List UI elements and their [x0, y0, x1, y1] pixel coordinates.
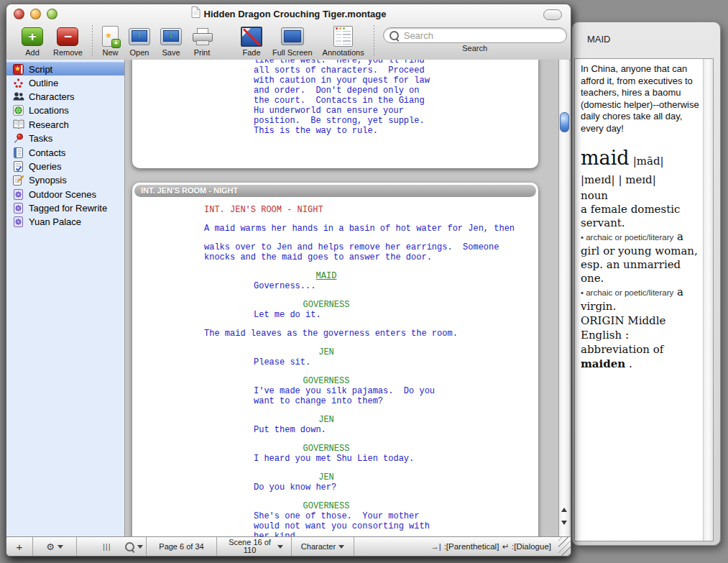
script-line-dialogue: Governess...: [254, 281, 538, 291]
scene-selector[interactable]: Scene 16 of 110: [217, 537, 292, 556]
script-line-cue: JEN: [204, 472, 448, 482]
part-of-speech: noun: [581, 189, 699, 203]
contacts-icon: [12, 147, 24, 158]
save-button[interactable]: ↓ Save: [160, 25, 182, 57]
zoom-button[interactable]: [47, 9, 57, 19]
script-line-cue: GOVERNESS: [204, 376, 448, 386]
window-controls: [14, 9, 57, 19]
dictionary-panel-title: MAID: [587, 34, 611, 45]
dictionary-scrollbar[interactable]: [703, 59, 713, 541]
page-indicator: Page 6 of 34: [147, 537, 217, 556]
element-type-selector[interactable]: Character: [292, 537, 354, 556]
sidebar-item-yuan-palace[interactable]: Yuan Palace: [6, 215, 124, 229]
add-button[interactable]: + Add: [22, 25, 43, 57]
tab-key-icon: →|: [430, 542, 441, 551]
vertical-scrollbar[interactable]: [558, 60, 569, 537]
fade-icon: [241, 27, 262, 47]
script-editor[interactable]: like the west. Here, you'll findall sort…: [125, 60, 558, 537]
fade-button[interactable]: Fade: [241, 25, 262, 57]
status-action-menu[interactable]: ⚙: [33, 537, 77, 556]
sidebar-item-research[interactable]: Research: [6, 118, 124, 132]
sidebar-item-outline[interactable]: Outline: [6, 75, 124, 89]
sidebar-item-synopsis[interactable]: Synopsis: [6, 173, 124, 187]
remove-button[interactable]: − Remove: [53, 25, 83, 57]
print-icon: [192, 28, 212, 45]
origin-line: ORIGIN Middle English : abbreviation of …: [581, 313, 699, 371]
new-document-icon: ★+: [102, 26, 119, 47]
script-line-action: walks over to Jen and helps remove her e…: [204, 242, 538, 252]
tasks-icon: [12, 133, 24, 144]
script-line-dialogue: Let me do it.: [254, 310, 538, 320]
dictionary-word: maid: [581, 147, 630, 169]
annotations-icon: [333, 26, 353, 47]
script-blank-line: [132, 215, 538, 224]
script-blank-line: [132, 493, 538, 501]
sidebar-item-contacts[interactable]: Contacts: [6, 145, 124, 159]
key-hint: →|:[Parenthetical] ↵:[Dialogue]: [354, 537, 558, 556]
sidebar-item-locations[interactable]: Locations: [6, 104, 124, 117]
script-card-jens-room[interactable]: INT. JEN'S ROOM - NIGHT INT. JEN'S ROOM …: [132, 183, 538, 537]
window-title: Hidden Dragon Crouching Tiger.montage: [204, 9, 387, 19]
script-blank-line: [132, 464, 538, 472]
research-note: In China, anyone that can afford it, fro…: [581, 63, 699, 134]
scroll-down-arrow[interactable]: [559, 517, 569, 528]
toolbar-separator: [374, 25, 374, 57]
status-zoom-menu[interactable]: [121, 537, 147, 556]
add-icon: +: [22, 27, 43, 46]
script-line-scene: INT. JEN'S ROOM - NIGHT: [204, 205, 538, 215]
sidebar-item-outdoor-scenes[interactable]: Outdoor Scenes: [6, 188, 124, 201]
script-line-dialogue: would not want you consorting with: [254, 521, 538, 531]
locations-icon: [12, 105, 24, 116]
scroll-up-arrow[interactable]: [559, 504, 569, 516]
script-line-cue: GOVERNESS: [204, 444, 448, 454]
window-body: Script Outline Characters Locations Rese…: [6, 60, 569, 537]
definition-primary: a female domestic servant.: [581, 203, 699, 230]
magnifier-icon: [125, 542, 134, 551]
open-button[interactable]: ↑ Open: [129, 25, 150, 57]
scrollbar-thumb[interactable]: [560, 112, 569, 132]
script-blank-line: [132, 291, 538, 300]
script-line-cue: GOVERNESS: [204, 501, 448, 511]
toolbar-pill-button[interactable]: [543, 9, 562, 20]
sidebar-item-tasks[interactable]: Tasks: [6, 132, 124, 145]
status-add-button[interactable]: +: [6, 537, 33, 556]
script-line-cue: JEN: [204, 347, 448, 357]
script-line-action: knocks and the maid goes to answer the d…: [204, 252, 538, 262]
script-line-cueu: MAID: [204, 271, 448, 281]
smart-folder-icon: [12, 216, 24, 227]
search-input[interactable]: [402, 29, 561, 42]
search-label: Search: [462, 44, 487, 52]
titlebar[interactable]: Hidden Dragon Crouching Tiger.montage: [6, 4, 571, 23]
dictionary-content-box: In China, anyone that can afford it, fro…: [574, 58, 714, 541]
window-resize-grip[interactable]: [558, 537, 571, 556]
outline-icon: [12, 78, 24, 88]
sidebar-item-queries[interactable]: Queries: [6, 160, 124, 173]
dictionary-text-area[interactable]: In China, anyone that can afford it, fro…: [575, 59, 703, 541]
script-line-dialogue: Put them down.: [254, 425, 538, 435]
sidebar-item-script[interactable]: Script: [6, 62, 124, 75]
script-blank-line: [132, 406, 538, 415]
minimize-button[interactable]: [30, 9, 41, 19]
gear-icon: ⚙: [46, 541, 55, 552]
print-button[interactable]: Print: [192, 25, 212, 57]
smart-folder-icon: [12, 189, 24, 200]
toolbar: + Add − Remove ★+ New ↑ Open ↓ Save: [6, 23, 571, 60]
script-blank-line: [132, 262, 538, 271]
sidebar-item-characters[interactable]: Characters: [6, 90, 124, 104]
script-line-dialogue: the court. Contacts in the Giang: [254, 96, 538, 106]
pane-splitter-grip[interactable]: |||: [103, 542, 119, 551]
full-screen-button[interactable]: Full Screen: [272, 25, 313, 57]
scene-header-bar[interactable]: INT. JEN'S ROOM - NIGHT: [134, 185, 536, 197]
remove-icon: −: [57, 27, 78, 46]
search-field[interactable]: [383, 27, 567, 43]
synopsis-icon: [12, 175, 24, 186]
close-button[interactable]: [14, 9, 24, 19]
new-button[interactable]: ★+ New: [102, 25, 119, 57]
annotations-button[interactable]: Annotations: [323, 25, 364, 57]
document-icon: [191, 6, 201, 21]
script-card-previous-scene[interactable]: like the west. Here, you'll findall sort…: [132, 60, 538, 168]
sidebar-item-tagged-for-rewrite[interactable]: Tagged for Rewrite: [6, 201, 124, 215]
open-icon: ↑: [129, 28, 150, 45]
script-blank-line: [132, 320, 538, 329]
full-screen-icon: [281, 27, 304, 45]
